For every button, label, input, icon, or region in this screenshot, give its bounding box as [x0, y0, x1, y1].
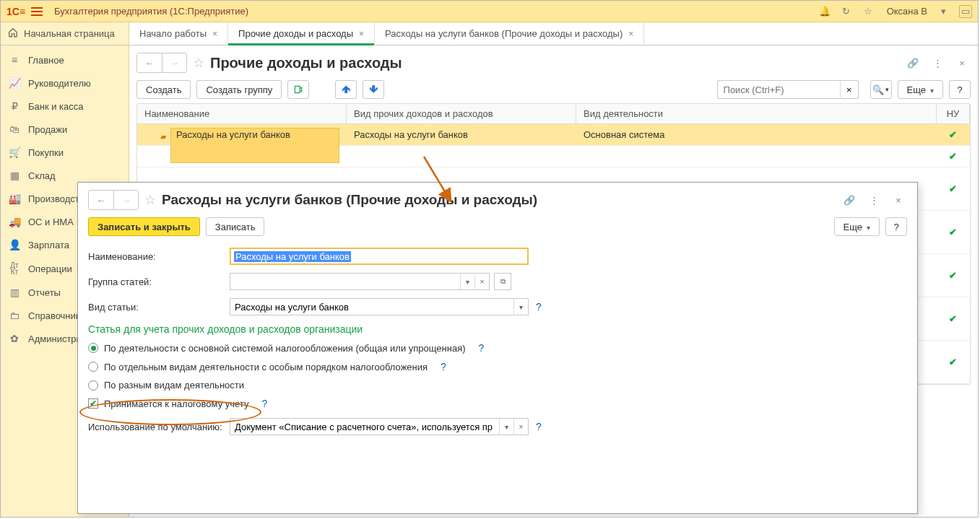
search-button[interactable]: 🔍▾ — [870, 80, 892, 99]
help-icon[interactable]: ? — [261, 398, 267, 409]
chevron-down-icon[interactable] — [499, 419, 513, 435]
history-icon[interactable]: ↻ — [841, 6, 852, 17]
modal-forward-button[interactable]: → — [113, 191, 138, 209]
check-icon: ✔ — [949, 183, 957, 194]
save-close-label: Записать и закрыть — [97, 222, 191, 232]
tab-home[interactable]: Начальная страница — [1, 22, 129, 45]
modal-more-label: Еще — [844, 222, 862, 232]
move-down-button[interactable]: 🡻 — [363, 80, 384, 99]
more-icon[interactable]: ⋮ — [865, 191, 883, 209]
sidebar-label: ОС и НМА — [28, 217, 74, 227]
create-label: Создать — [146, 84, 181, 95]
modal-back-button[interactable]: ← — [89, 191, 113, 209]
menu-icon[interactable] — [31, 4, 45, 19]
bell-icon[interactable]: 🔔 — [819, 6, 831, 17]
tax-check-row[interactable]: ✔ Принимается к налоговому учету ? — [88, 398, 907, 409]
close-icon[interactable]: × — [212, 29, 217, 39]
save-close-button[interactable]: Записать и закрыть — [88, 217, 200, 236]
tab-other-income-label: Прочие доходы и расходы — [238, 28, 353, 39]
close-icon[interactable]: × — [953, 54, 971, 71]
modal-more-button[interactable]: Еще — [834, 217, 880, 236]
col-kind[interactable]: Вид прочих доходов и расходов — [347, 104, 576, 123]
tab-start-label: Начало работы — [139, 28, 207, 39]
col-nu[interactable]: НУ — [937, 104, 970, 123]
chevron-down-icon[interactable] — [513, 299, 528, 315]
create-button[interactable]: Создать — [136, 80, 191, 99]
kind-input[interactable] — [230, 299, 513, 315]
more-button[interactable]: Еще — [898, 80, 943, 99]
create-group-button[interactable]: Создать группу — [196, 80, 282, 99]
check-icon: ✔ — [949, 270, 957, 281]
user-dropdown-icon[interactable]: ▾ — [937, 6, 949, 17]
table-row[interactable]: ▰ Расходы на услуги банков Расходы на ус… — [137, 124, 970, 146]
sidebar-item-main[interactable]: ≡Главное — [1, 48, 129, 71]
name-input[interactable]: Расходы на услуги банков — [230, 248, 529, 265]
sidebar-label: Справочники — [28, 310, 85, 321]
help-icon[interactable]: ? — [536, 301, 542, 313]
modal-title: Расходы на услуги банков (Прочие доходы … — [162, 192, 537, 208]
chevron-down-icon[interactable] — [460, 274, 474, 289]
tab-home-label: Начальная страница — [24, 28, 115, 39]
help-icon[interactable]: ? — [441, 361, 446, 372]
star-icon[interactable]: ☆ — [193, 55, 204, 71]
star-icon[interactable]: ☆ — [144, 192, 156, 208]
sidebar-label: Банк и касса — [28, 101, 84, 112]
radio-special-tax[interactable]: По отдельным видам деятельности с особым… — [88, 361, 907, 372]
app-logo: 1С≡ — [6, 6, 25, 17]
default-combo[interactable]: × — [230, 418, 529, 435]
factory-icon: 🏭 — [8, 193, 21, 204]
group-input[interactable] — [230, 274, 460, 289]
section-heading: Статья для учета прочих доходов и расход… — [88, 323, 907, 335]
favorite-icon[interactable]: ☆ — [862, 6, 874, 17]
menu-lines-icon: ≡ — [8, 54, 21, 66]
help-icon[interactable]: ? — [479, 342, 485, 354]
row-name: Расходы на услуги банков — [176, 129, 290, 140]
cart-icon: 🛒 — [8, 147, 21, 158]
close-icon[interactable]: × — [628, 29, 633, 39]
clear-icon[interactable]: × — [474, 274, 489, 289]
close-icon[interactable]: × — [890, 191, 907, 209]
radio-label: По отдельным видам деятельности с особым… — [104, 362, 428, 372]
external-icon: ⧉ — [495, 274, 511, 289]
group-combo[interactable]: × — [230, 273, 490, 290]
clear-icon[interactable]: × — [513, 419, 528, 435]
link-icon[interactable]: 🔗 — [841, 191, 858, 209]
sidebar-label: Главное — [28, 55, 64, 66]
chevron-down-icon — [867, 222, 870, 232]
more-icon[interactable]: ⋮ — [929, 54, 946, 71]
sidebar-item-sales[interactable]: 🛍Продажи — [1, 118, 129, 141]
clear-search-button[interactable]: × — [840, 80, 859, 99]
sidebar-item-bank[interactable]: ₽Банк и касса — [1, 95, 129, 118]
col-name[interactable]: Наименование — [137, 104, 347, 123]
refresh-button[interactable] — [287, 80, 309, 99]
check-icon: ✔ — [949, 227, 957, 237]
group-open-button[interactable]: ⧉ — [494, 273, 511, 290]
save-button[interactable]: Записать — [206, 217, 265, 236]
sidebar-item-manager[interactable]: 📈Руководителю — [1, 71, 129, 95]
modal-help-button[interactable]: ? — [885, 217, 907, 236]
default-input[interactable] — [230, 419, 499, 435]
tab-start[interactable]: Начало работы × — [129, 22, 228, 45]
kind-combo[interactable] — [230, 298, 529, 315]
help-icon[interactable]: ? — [536, 421, 542, 432]
table-row[interactable]: ✔ — [137, 146, 970, 167]
close-icon[interactable]: × — [359, 29, 364, 39]
chart-up-icon: 📈 — [8, 77, 21, 89]
help-button[interactable]: ? — [949, 80, 971, 99]
forward-button[interactable]: → — [162, 53, 186, 72]
user-name[interactable]: Оксана В — [887, 6, 927, 17]
col-activity[interactable]: Вид деятельности — [576, 104, 937, 123]
sidebar-item-purchases[interactable]: 🛒Покупки — [1, 141, 129, 164]
search-input[interactable] — [717, 80, 840, 99]
link-icon[interactable]: 🔗 — [904, 54, 922, 71]
move-up-button[interactable]: 🡹 — [335, 80, 357, 99]
tab-bank-expenses[interactable]: Расходы на услуги банков (Прочие доходы … — [375, 22, 644, 45]
sidebar-label: Операции — [28, 263, 72, 274]
sidebar-label: Покупки — [28, 147, 64, 158]
tab-other-income[interactable]: Прочие доходы и расходы × — [228, 22, 375, 45]
window-control-icon[interactable]: ▭ — [959, 5, 972, 18]
radio-mixed[interactable]: По разным видам деятельности — [88, 380, 907, 391]
back-button[interactable]: ← — [137, 53, 162, 72]
search-box: × — [717, 80, 859, 99]
radio-main-system[interactable]: По деятельности с основной системой нало… — [88, 342, 907, 354]
